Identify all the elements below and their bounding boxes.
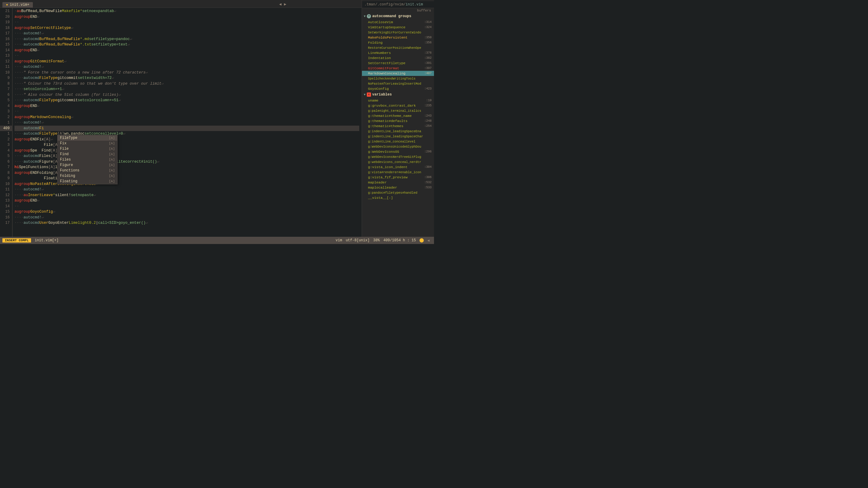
- code-line: ····autocmd!↵: [14, 215, 359, 221]
- ac-item[interactable]: Find [A]: [58, 152, 117, 157]
- code-line: ····autocmd User GoyoEnter Limelight0.2 …: [14, 220, 359, 226]
- nav-back-arrow[interactable]: ◀: [279, 2, 281, 7]
- sidebar-item-LineNumbers[interactable]: LineNumbers :376: [362, 50, 434, 56]
- sidebar-item-AutoCloseVim[interactable]: AutoCloseVim :314: [362, 20, 434, 25]
- status-position: 38%: [373, 238, 380, 242]
- panel-header: .tman/.config/nvim/init.vim: [362, 1, 434, 8]
- sidebar-item-GitCommitFormat[interactable]: GitCommitFormat :397: [362, 66, 434, 71]
- ac-word: FileType: [60, 135, 106, 141]
- item-name: g:WebDevIconsNerdTreeGitPlug: [368, 155, 432, 159]
- ac-item[interactable]: Floating [A]: [58, 178, 117, 184]
- status-bar: INSERT COMPL init.vim[+] vim utf-8[unix]…: [0, 237, 434, 244]
- sidebar-item-pandoc-filetypes[interactable]: g:pandoc#filetypes#handled: [362, 190, 434, 195]
- sidebar-item-vista-renderer[interactable]: g:vista#renderer#enable_icon: [362, 170, 434, 175]
- item-line: :296: [424, 150, 432, 153]
- panel-filename: init.vim: [406, 2, 423, 7]
- sidebar-item-palenight[interactable]: g:palenight_terminal_italics: [362, 108, 434, 113]
- code-line: ····autocmd BufRead,BufNewFile *.txt set…: [14, 42, 359, 47]
- code-line: ····" Force the cursor onto a new line a…: [14, 70, 359, 76]
- item-name: g:palenight_terminal_italics: [368, 109, 432, 113]
- sidebar-item-Indentation[interactable]: Indentation :382: [362, 56, 434, 61]
- autocomplete-dropdown[interactable]: FileType [A] Fix [A] File [A] Find [A]: [57, 135, 118, 184]
- sidebar-item-thematic-theme-name[interactable]: g:thematic#theme_name :243: [362, 113, 434, 119]
- code-line: ··: [14, 53, 359, 59]
- item-name: g:indentLine_leadingSpaceEna: [368, 130, 432, 133]
- sidebar-item-webdevicons-nerdtree[interactable]: g:WebDevIconsNerdTreeGitPlug: [362, 154, 434, 159]
- sidebar-item-RestoreCursor[interactable]: RestoreCursorPositionWhenOpe: [362, 45, 434, 50]
- sidebar-item-vista-internal[interactable]: __vista__[-]: [362, 195, 434, 200]
- current-code-line: ····autocmd Fi: [14, 126, 359, 131]
- sidebar-item-thematic-defaults[interactable]: g:thematic#defaults :248: [362, 119, 434, 124]
- code-line: ····autocmd FileType gitcommit set textw…: [14, 75, 359, 81]
- sidebar-item-gruvbox[interactable]: g:gruvbox_contrast_dark :235: [362, 103, 434, 108]
- chevron-down-icon: ▼: [364, 15, 366, 18]
- code-line: ····" Also colour the 51st column (for t…: [14, 92, 359, 98]
- sidebar-item-thematic-themes[interactable]: g:thematic#themes :254: [362, 124, 434, 129]
- sidebar-item-webdevicons-conceal[interactable]: g:webdevicons_conceal_nerdtr: [362, 159, 434, 164]
- ac-item[interactable]: Folding [A]: [58, 173, 117, 178]
- ac-kind: [A]: [109, 168, 115, 173]
- sidebar-item-vista-icon-indent[interactable]: g:vista_icon_indent :304: [362, 164, 434, 170]
- code-line: augroup GitCommitFormat↵: [14, 59, 359, 64]
- sidebar-item-GoyoConfig[interactable]: GoyoConfig :423: [362, 86, 434, 91]
- ac-word: Functions: [60, 168, 106, 173]
- code-line: ····" Colour the 73rd column so that we …: [14, 81, 359, 87]
- sidebar-item-VimStartupSequence[interactable]: VimStartupSequence :324: [362, 25, 434, 30]
- question-icon: ?: [367, 14, 371, 19]
- item-name: __vista__[-]: [368, 196, 432, 200]
- item-name: GoyoConfig: [368, 87, 423, 91]
- buffers-link[interactable]: buffers: [362, 8, 434, 13]
- sidebar-item-uname[interactable]: uname :19: [362, 98, 434, 103]
- item-line: :382: [424, 56, 432, 60]
- sidebar-item-indentline-leading-ena[interactable]: g:indentLine_leadingSpaceEna: [362, 129, 434, 134]
- status-scroll-button[interactable]: ◀: [427, 238, 432, 243]
- sidebar-item-webdevicons-os[interactable]: g:WebDevIconsOS :296: [362, 149, 434, 154]
- sidebar-item-webdevicons-glyph[interactable]: g:WebDevIconsUnicodeGlyphDou: [362, 144, 434, 149]
- item-line: :306: [424, 175, 432, 179]
- sidebar-item-SetCorrectFiletype[interactable]: SetCorrectFiletype :391: [362, 61, 434, 66]
- sidebar-item-maplocalleader[interactable]: maplocalleader :533: [362, 185, 434, 190]
- status-mode: INSERT COMPL: [2, 238, 31, 242]
- item-line: :304: [424, 165, 432, 169]
- active-tab[interactable]: ● init.vim+: [2, 2, 33, 7]
- ac-item[interactable]: Fix [A]: [58, 141, 117, 146]
- sidebar-item-mapleader[interactable]: mapleader :532: [362, 180, 434, 185]
- code-line: augroup END↵: [14, 14, 359, 20]
- status-encoding: utf-8[unix]: [346, 238, 370, 242]
- ac-item[interactable]: Functions [A]: [58, 168, 117, 173]
- sidebar-item-vista-fzf[interactable]: g:vista_fzf_preview :306: [362, 175, 434, 180]
- section-header-autocommand[interactable]: ▼ ? autocommand groups: [362, 13, 434, 20]
- ac-item[interactable]: Files [A]: [58, 157, 117, 162]
- ac-item[interactable]: FileType [A]: [58, 135, 117, 141]
- sidebar-item-SetWorkingDir[interactable]: SetWorkingDirForCurrentWindo: [362, 30, 434, 35]
- sidebar-item-indentline-leading-char[interactable]: g:indentLine_leadingSpaceChar: [362, 134, 434, 139]
- sidebar-item-NoPaste[interactable]: NoPasteAfterLeavingInsertMod: [362, 81, 434, 86]
- item-name: g:vista_icon_indent: [368, 165, 423, 169]
- section-label: autocommand groups: [372, 14, 411, 19]
- code-line: ··: [14, 109, 359, 115]
- code-line: ····autocmd BufRead,BufNewFile *.md set …: [14, 36, 359, 42]
- sidebar-item-MarkdownConcealing[interactable]: MarkdownConcealing :407: [362, 71, 434, 76]
- item-line: :314: [424, 21, 432, 24]
- sidebar-item-Folding[interactable]: Folding :356: [362, 40, 434, 45]
- sidebar-item-indentline-conceal[interactable]: g:indentLine_conceallevel: [362, 139, 434, 144]
- tab-bar: ● init.vim+ ◀ ▶: [0, 0, 362, 8]
- item-line: :243: [424, 114, 432, 118]
- section-header-variables[interactable]: ▼ x variables: [362, 91, 434, 98]
- item-name: g:gruvbox_contrast_dark: [368, 104, 423, 107]
- item-name: VimStartupSequence: [368, 25, 423, 29]
- sidebar-item-MakeFoldsPersistent[interactable]: MakeFoldsPersistent :350: [362, 35, 434, 40]
- ac-item[interactable]: File [A]: [58, 146, 117, 152]
- item-name: g:indentLine_conceallevel: [368, 140, 432, 143]
- line-numbers: 21 20 19 18 17 16 15 14 13 12 11 10 9 8 …: [0, 8, 12, 237]
- nav-forward-arrow[interactable]: ▶: [284, 2, 286, 7]
- item-name: RestoreCursorPositionWhenOpe: [368, 46, 432, 50]
- x-icon: x: [367, 93, 371, 97]
- sidebar-item-SpellcheckAndWriting[interactable]: SpellcheckAndWritingTools: [362, 76, 434, 81]
- ac-item[interactable]: Figure [A]: [58, 162, 117, 168]
- ac-kind: [A]: [109, 173, 115, 179]
- item-name: GitCommitFormat: [368, 66, 423, 70]
- item-line: :254: [424, 124, 432, 128]
- code-line: ····autocmd!↵: [14, 64, 359, 70]
- item-line: :532: [424, 181, 432, 184]
